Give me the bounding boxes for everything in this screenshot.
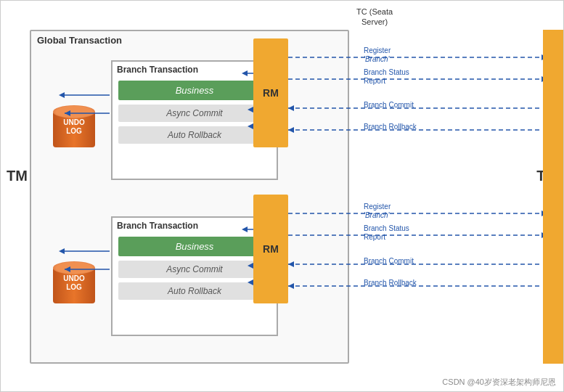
branch-commit-label-bottom: Branch Commit <box>364 257 414 265</box>
auto-rollback-bottom: Auto Rollback <box>118 282 271 300</box>
register-branch-label-bottom: Register'Branch' <box>364 203 391 220</box>
cylinder-label-bottom: UNDOLOG <box>53 274 95 292</box>
branch-rollback-label-top: Branch Rollback <box>364 123 417 131</box>
business-box-bottom: Business <box>118 237 271 256</box>
branch-commit-label-top: Branch Commit <box>364 101 414 109</box>
global-transaction-label: Global Transaction <box>37 35 122 46</box>
cylinder-top-bottom <box>53 261 95 274</box>
tm-label: TM <box>7 168 28 184</box>
business-box-top: Business <box>118 81 271 100</box>
async-commit-top: Async Commit <box>118 105 271 122</box>
branch-transaction-label-top: Branch Transaction <box>113 62 277 78</box>
rm-label-top: RM <box>263 87 279 99</box>
tc-header-line1: TC (Seata <box>356 7 393 16</box>
rm-box-bottom: RM <box>253 195 288 303</box>
footer: CSDN @40岁资深老架构师尼恩 <box>442 377 556 388</box>
branch-rollback-label-bottom: Branch Rollback <box>364 279 417 287</box>
undo-log-bottom: UNDOLOG <box>53 260 95 306</box>
tc-header: TC (Seata Server) <box>356 7 393 28</box>
rm-box-top: RM <box>253 38 288 147</box>
register-branch-label-top: Register'Branch' <box>364 46 391 64</box>
global-transaction-box: Global Transaction Branch Transaction Bu… <box>30 30 349 364</box>
tc-bar <box>543 30 563 364</box>
async-commit-bottom: Async Commit <box>118 261 271 278</box>
branch-transaction-label-bottom: Branch Transaction <box>113 218 277 234</box>
tc-header-line2: Server) <box>361 17 388 26</box>
cylinder-top-top <box>53 105 95 118</box>
main-container: TC (Seata Server) TM TC Global Transacti… <box>0 0 564 392</box>
branch-status-report-label-top: Branch StatusReport <box>364 68 409 86</box>
rm-label-bottom: RM <box>263 243 279 255</box>
cylinder-label-top: UNDOLOG <box>53 118 95 136</box>
undo-log-top: UNDOLOG <box>53 104 95 150</box>
branch-status-report-label-bottom: Branch StatusReport <box>364 224 409 242</box>
auto-rollback-top: Auto Rollback <box>118 126 271 144</box>
